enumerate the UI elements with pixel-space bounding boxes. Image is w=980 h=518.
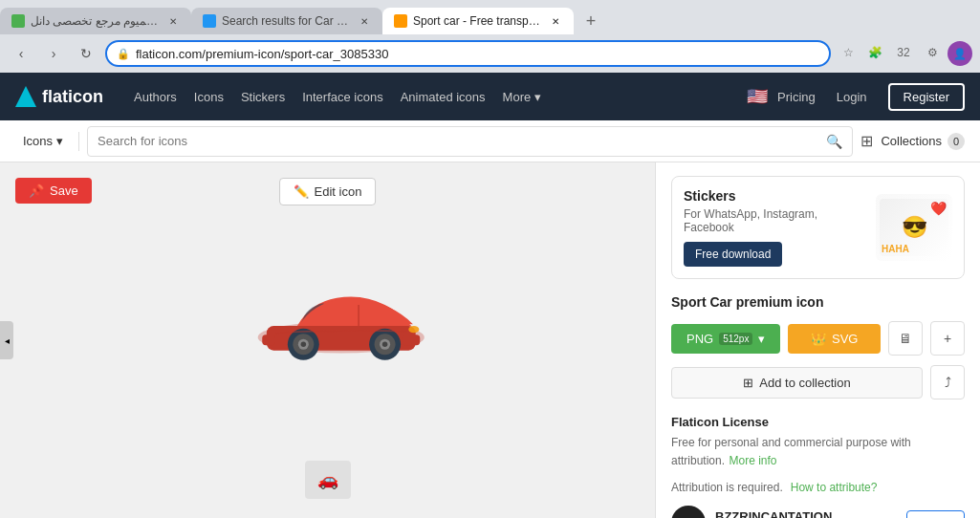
register-button[interactable]: Register (888, 83, 965, 111)
save-button[interactable]: 📌 Save (15, 178, 92, 204)
logo-icon (15, 86, 36, 107)
dropdown-chevron-icon: ▾ (56, 134, 63, 148)
back-button[interactable]: ‹ (8, 40, 34, 67)
attribution-text: Attribution is required. (671, 481, 783, 494)
extensions-icon[interactable]: 🧩 (863, 41, 886, 64)
icons-dropdown-label: Icons (23, 134, 53, 148)
tab2-label: Search results for Car - Flaticon (222, 14, 352, 28)
add-to-collection-button[interactable]: ⊞ Add to collection (671, 367, 923, 399)
main-content: ◂ 📌 Save ✏️ Edit icon (0, 162, 980, 518)
tab3-label: Sport car - Free transport icons (413, 14, 543, 28)
png-label: PNG (686, 332, 713, 346)
search-input-wrap[interactable]: 🔍 (87, 126, 853, 157)
svg-rect-3 (262, 335, 275, 345)
nav-authors[interactable]: Authors (126, 86, 185, 108)
pricing-link[interactable]: Pricing (777, 90, 816, 104)
svg-label: SVG (832, 332, 858, 346)
author-row: BZZ BZZRINCANTATION View all 5,581 resou… (671, 506, 965, 518)
sticker-card: Stickers For WhatsApp, Instagram, Facebo… (671, 176, 965, 279)
bookmark-icon[interactable]: ☆ (837, 41, 860, 64)
svg-download-button[interactable]: 👑 SVG (788, 324, 881, 354)
tab-2[interactable]: Search results for Car - Flaticon ✕ (191, 8, 382, 34)
expand-panel-button[interactable]: ◂ (0, 321, 13, 359)
search-input[interactable] (98, 134, 820, 148)
login-button[interactable]: Login (825, 84, 879, 110)
nav-interface-icons[interactable]: Interface icons (294, 86, 391, 108)
new-tab-button[interactable]: + (577, 8, 604, 34)
svg-point-12 (300, 342, 306, 348)
tab2-favicon (203, 14, 216, 28)
logo-text: flaticon (42, 87, 103, 107)
author-name: BZZRINCANTATION (715, 509, 897, 518)
edit-label: Edit icon (315, 184, 362, 199)
more-info-link[interactable]: More info (730, 454, 777, 467)
follow-button[interactable]: Follow (906, 510, 965, 518)
reload-button[interactable]: ↻ (73, 40, 99, 67)
crown-icon: 👑 (811, 332, 826, 346)
tab-bar: دانلود پریمیوم مرجع تخصصی دانل... ✕ Sear… (0, 0, 980, 34)
forward-button[interactable]: › (40, 40, 67, 67)
sticker-info: Stickers For WhatsApp, Instagram, Facebo… (684, 188, 864, 267)
tab3-favicon (394, 14, 407, 28)
license-title: Flaticon License (671, 415, 965, 429)
nav-stickers[interactable]: Stickers (233, 86, 293, 108)
collections-label: Collections (881, 134, 942, 148)
free-download-button[interactable]: Free download (684, 242, 782, 267)
account-icon[interactable]: ⚙ (921, 41, 944, 64)
edit-icon-button[interactable]: ✏️ Edit icon (279, 178, 377, 205)
nav-icons[interactable]: Icons (186, 86, 231, 108)
collections-count: 0 (947, 133, 965, 150)
address-input[interactable] (136, 47, 819, 61)
format-row: PNG 512px ▾ 👑 SVG 🖥 + (671, 321, 965, 356)
site-logo[interactable]: flaticon (15, 86, 103, 107)
pinterest-icon: 📌 (29, 183, 44, 198)
tab-1[interactable]: دانلود پریمیوم مرجع تخصصی دانل... ✕ (0, 8, 191, 34)
svg-rect-2 (402, 335, 419, 345)
tab-3[interactable]: Sport car - Free transport icons ✕ (382, 8, 574, 34)
attribution-row: Attribution is required. How to attribut… (671, 481, 965, 494)
nav-animated-icons[interactable]: Animated icons (393, 86, 493, 108)
profile-avatar[interactable]: 👤 (947, 41, 972, 66)
address-bar[interactable]: 🔒 (105, 40, 831, 67)
collections-button[interactable]: Collections 0 (881, 133, 965, 150)
sticker-title: Stickers (684, 188, 864, 204)
png-download-button[interactable]: PNG 512px ▾ (671, 324, 780, 354)
search-button[interactable]: 🔍 (826, 134, 842, 149)
sticker-subtitle: For WhatsApp, Instagram, Facebook (684, 207, 864, 234)
png-size-label: 512px (719, 333, 752, 345)
tab1-favicon (11, 14, 25, 28)
left-panel: ◂ 📌 Save ✏️ Edit icon (0, 162, 655, 518)
grid-view-icon[interactable]: ⊞ (860, 132, 873, 150)
browser-chrome: دانلود پریمیوم مرجع تخصصی دانل... ✕ Sear… (0, 0, 980, 73)
right-panel: Stickers For WhatsApp, Instagram, Facebo… (655, 162, 980, 518)
thumbnail-strip: 🚗 (305, 461, 351, 499)
divider (78, 132, 79, 151)
thumbnail-item[interactable]: 🚗 (305, 461, 351, 499)
more-formats-button[interactable]: + (930, 321, 965, 356)
collection-grid-icon: ⊞ (743, 376, 753, 390)
share-button[interactable]: ⤴ (930, 365, 965, 399)
lock-icon: 🔒 (117, 48, 130, 60)
save-label: Save (50, 183, 78, 198)
how-to-attribute-link[interactable]: How to attribute? (791, 481, 878, 494)
tab1-close[interactable]: ✕ (166, 14, 180, 28)
tab2-close[interactable]: ✕ (358, 14, 371, 28)
nav-links: Authors Icons Stickers Interface icons A… (126, 86, 549, 108)
monitor-download-button[interactable]: 🖥 (888, 321, 923, 356)
address-actions: ☆ 🧩 32 ⚙ 👤 (837, 41, 972, 66)
address-bar-row: ‹ › ↻ 🔒 ☆ 🧩 32 ⚙ 👤 (0, 34, 980, 73)
icons-dropdown[interactable]: Icons ▾ (15, 130, 71, 152)
sticker-image: 😎 ❤️ HAHA (876, 194, 952, 261)
tab3-close[interactable]: ✕ (549, 14, 562, 28)
chevron-down-icon: ▾ (758, 332, 765, 346)
flag-icon[interactable]: 🇺🇸 (747, 86, 768, 107)
svg-point-8 (381, 342, 387, 348)
profile-number[interactable]: 32 (890, 41, 917, 64)
sport-car-icon (223, 263, 433, 368)
author-info: BZZRINCANTATION View all 5,581 resources (715, 509, 897, 518)
icon-title: Sport Car premium icon (671, 294, 965, 310)
nav-more[interactable]: More ▾ (495, 86, 549, 108)
author-avatar: BZZ (671, 506, 706, 518)
search-row: Icons ▾ 🔍 ⊞ Collections 0 (0, 120, 980, 162)
svg-point-13 (408, 326, 419, 333)
